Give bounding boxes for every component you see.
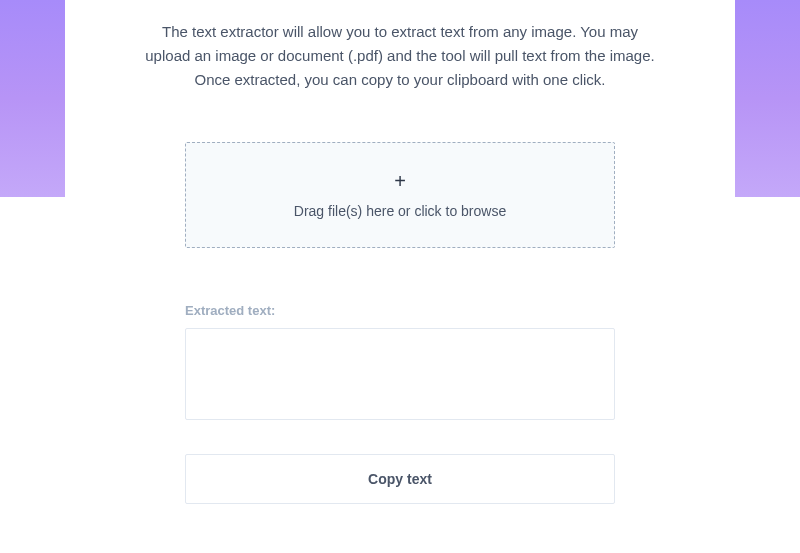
main-card: The text extractor will allow you to ext… xyxy=(65,0,735,553)
content-area: + Drag file(s) here or click to browse E… xyxy=(65,142,735,504)
plus-icon: + xyxy=(206,171,594,191)
extracted-text-label: Extracted text: xyxy=(185,303,615,318)
file-dropzone[interactable]: + Drag file(s) here or click to browse xyxy=(185,142,615,248)
dropzone-text: Drag file(s) here or click to browse xyxy=(206,203,594,219)
copy-text-button[interactable]: Copy text xyxy=(185,454,615,504)
extracted-text-output[interactable] xyxy=(185,328,615,420)
description-text: The text extractor will allow you to ext… xyxy=(65,20,735,92)
